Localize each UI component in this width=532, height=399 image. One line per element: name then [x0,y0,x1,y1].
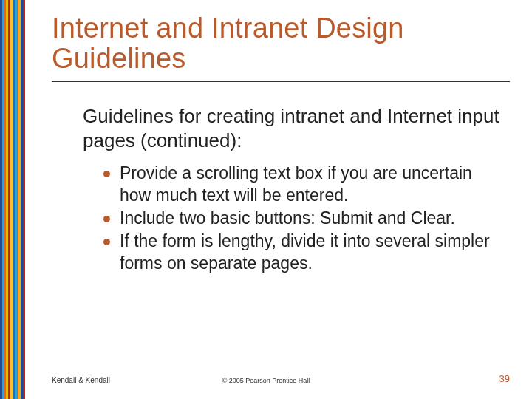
title-underline [52,81,510,82]
bullet-list: Provide a scrolling text box if you are … [103,163,502,274]
bullet-item: If the form is lengthy, divide it into s… [103,231,502,274]
footer-copyright: © 2005 Pearson Prentice Hall [0,377,532,384]
subheading: Guidelines for creating intranet and Int… [83,104,502,152]
bullet-item: Include two basic buttons: Submit and Cl… [103,208,502,229]
decorative-stripe [0,0,25,399]
bullet-item: Provide a scrolling text box if you are … [103,163,502,206]
body-area: Guidelines for creating intranet and Int… [83,104,502,274]
content-area: Internet and Intranet Design Guidelines … [52,13,510,276]
stripe-band [23,0,25,399]
slide-title: Internet and Intranet Design Guidelines [52,13,510,74]
page-number: 39 [499,373,510,384]
slide: Internet and Intranet Design Guidelines … [0,0,532,399]
